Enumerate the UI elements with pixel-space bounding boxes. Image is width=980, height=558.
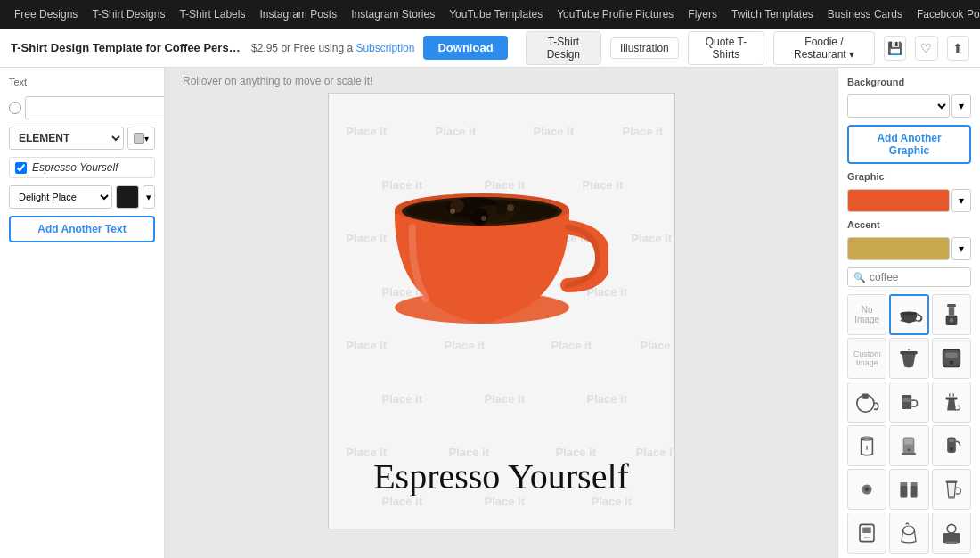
font-select[interactable]: Delight Place — [9, 185, 112, 209]
nav-instagram-posts[interactable]: Instagram Posts — [252, 8, 344, 21]
svg-point-46 — [903, 526, 915, 535]
text-label: Text — [9, 77, 155, 87]
grid-item-5[interactable] — [847, 382, 886, 423]
grid-item-9[interactable] — [889, 425, 928, 466]
nav-instagram-stories[interactable]: Instagram Stories — [344, 8, 442, 21]
nav-business-cards[interactable]: Business Cards — [821, 8, 910, 21]
svg-rect-48 — [947, 524, 956, 533]
grid-item-13[interactable] — [932, 469, 971, 510]
element-row: ELEMENT ▾ — [9, 127, 155, 150]
svg-rect-43 — [948, 496, 955, 498]
espresso-text[interactable]: Espresso Yourself — [373, 455, 629, 497]
download-button[interactable]: Download — [423, 36, 507, 60]
svg-rect-47 — [943, 533, 960, 543]
svg-rect-23 — [862, 393, 868, 398]
tag-tshirt-design[interactable]: T-Shirt Design — [526, 31, 601, 65]
grid-item-12[interactable] — [889, 469, 928, 510]
svg-rect-14 — [947, 304, 956, 307]
graphic-color-chevron[interactable]: ▾ — [951, 189, 971, 212]
watermark-18: Place it — [641, 339, 675, 352]
nav-flyers[interactable]: Flyers — [681, 8, 724, 21]
search-row: 🔍 — [847, 267, 971, 287]
search-input[interactable] — [870, 271, 980, 283]
svg-rect-40 — [901, 482, 908, 486]
svg-rect-29 — [905, 439, 914, 444]
add-graphic-button[interactable]: Add Another Graphic — [847, 125, 971, 164]
text-value-label: Espresso Yourself — [32, 161, 118, 174]
svg-point-9 — [450, 209, 455, 214]
tag-illustration[interactable]: Illustration — [610, 37, 679, 59]
svg-point-13 — [901, 311, 918, 315]
page-title: T-Shirt Design Template for Coffee Perso… — [11, 41, 242, 54]
right-panel: Background ▾ Add Another Graphic Graphic… — [837, 68, 980, 558]
watermark-4: Place it — [623, 125, 664, 138]
nav-facebook-posts[interactable]: Facebook Posts — [910, 8, 980, 21]
accent-color-bar[interactable] — [847, 237, 950, 260]
grid-item-1[interactable] — [889, 294, 928, 335]
svg-rect-31 — [902, 453, 916, 455]
grid-item-10[interactable] — [932, 425, 971, 466]
grid-item-4[interactable] — [932, 338, 971, 379]
add-text-button[interactable]: Add Another Text — [9, 216, 155, 242]
share-icon-btn[interactable]: ⬆ — [947, 36, 969, 61]
bg-chevron[interactable]: ▾ — [951, 94, 971, 118]
tag-foodie-dropdown[interactable]: Foodie / Restaurant ▾ — [773, 31, 875, 65]
watermark-21: Place it — [587, 392, 628, 406]
grid-item-16[interactable] — [932, 513, 971, 554]
svg-rect-39 — [911, 485, 918, 497]
watermark-19: Place it — [382, 392, 423, 406]
grid-item-11[interactable] — [847, 469, 886, 510]
radio-circle[interactable] — [9, 102, 21, 114]
svg-point-10 — [507, 204, 514, 211]
grid-item-8[interactable] — [847, 425, 886, 466]
canvas-hint: Rollover on anything to move or scale it… — [165, 75, 372, 87]
grid-item-15[interactable] — [889, 513, 928, 554]
grid-item-3[interactable] — [889, 338, 928, 379]
svg-rect-41 — [911, 482, 918, 486]
svg-rect-20 — [945, 353, 957, 358]
canvas-frame[interactable]: Place it Place it Place it Place it Plac… — [328, 93, 675, 529]
nav-youtube-templates[interactable]: YouTube Templates — [442, 8, 550, 21]
save-icon-btn[interactable]: 💾 — [884, 36, 906, 61]
text-input-row — [9, 96, 155, 119]
svg-point-30 — [908, 448, 911, 451]
grid-item-7[interactable] — [932, 382, 971, 423]
svg-point-7 — [496, 204, 507, 215]
svg-rect-49 — [945, 542, 957, 544]
left-panel: Text ELEMENT ▾ Espresso Yourself Delight… — [0, 68, 165, 558]
coffee-cup-image[interactable] — [377, 111, 626, 379]
grid-item-2[interactable] — [932, 294, 971, 335]
nav-twitch[interactable]: Twitch Templates — [724, 8, 821, 21]
svg-rect-25 — [903, 398, 911, 402]
subscription-link[interactable]: Subscription — [355, 42, 414, 54]
svg-point-34 — [950, 447, 953, 451]
tag-quote-tshirts[interactable]: Quote T-Shirts — [688, 31, 764, 65]
accent-label: Accent — [847, 219, 971, 230]
svg-rect-33 — [949, 439, 954, 442]
custom-image-cell[interactable]: Custom Image — [847, 338, 886, 379]
graphic-grid: No Image Custom Ima — [847, 294, 971, 554]
font-color-swatch[interactable] — [116, 185, 139, 209]
search-icon: 🔍 — [853, 272, 866, 283]
grid-item-6[interactable] — [889, 382, 928, 423]
nav-free-designs[interactable]: Free Designs — [7, 8, 85, 21]
element-color-btn[interactable]: ▾ — [127, 127, 155, 150]
svg-rect-18 — [901, 351, 918, 354]
watermark-25: Place it — [636, 446, 675, 459]
text-input[interactable] — [25, 96, 165, 119]
nav-youtube-profiles[interactable]: YouTube Profile Pictures — [550, 8, 681, 21]
font-color-dropdown[interactable]: ▾ — [143, 185, 155, 209]
nav-tshirt-designs[interactable]: T-Shirt Designs — [85, 8, 172, 21]
text-checkbox[interactable] — [15, 162, 27, 174]
no-image-cell[interactable]: No Image — [847, 294, 886, 335]
svg-point-11 — [481, 216, 486, 221]
heart-icon-btn[interactable]: ♡ — [915, 36, 937, 61]
graphic-color-bar[interactable] — [847, 189, 950, 212]
nav-tshirt-labels[interactable]: T-Shirt Labels — [172, 8, 252, 21]
svg-rect-42 — [945, 480, 957, 482]
sub-header: T-Shirt Design Template for Coffee Perso… — [0, 29, 980, 68]
accent-color-chevron[interactable]: ▾ — [951, 237, 971, 260]
element-select[interactable]: ELEMENT — [9, 127, 124, 150]
grid-item-14[interactable] — [847, 513, 886, 554]
background-select[interactable] — [847, 94, 950, 118]
